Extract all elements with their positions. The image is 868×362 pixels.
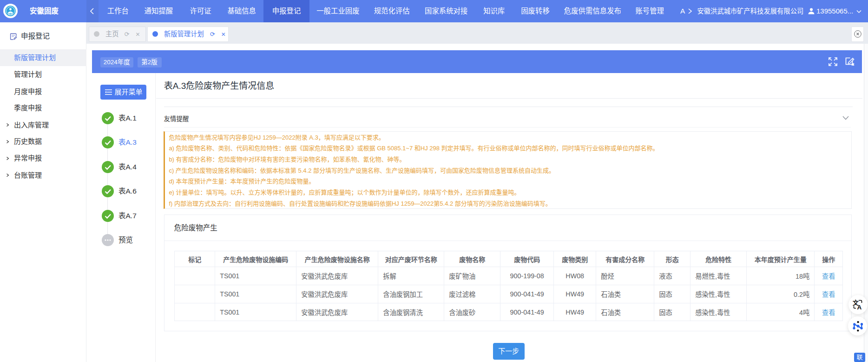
svg-text:A: A (857, 304, 862, 310)
